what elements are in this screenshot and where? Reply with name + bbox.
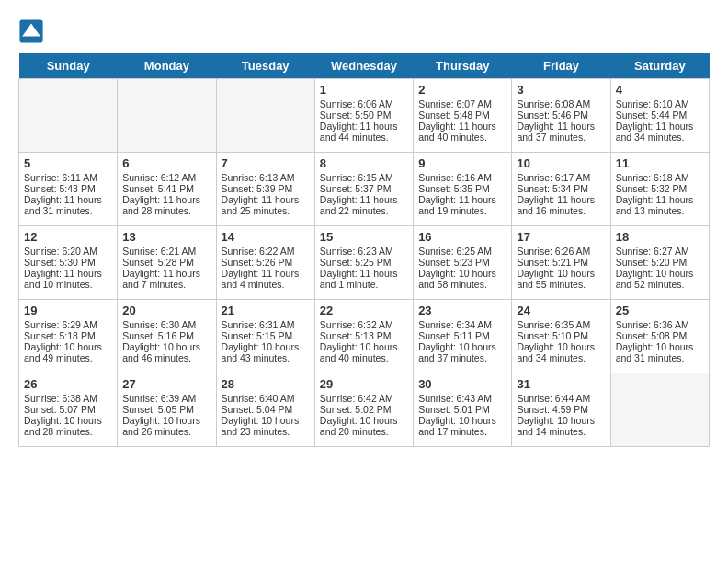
day-info: Daylight: 10 hours and 58 minutes. [418, 268, 506, 290]
day-info: Daylight: 11 hours and 44 minutes. [320, 121, 408, 143]
page-header [18, 18, 710, 44]
day-info: Daylight: 11 hours and 22 minutes. [320, 194, 408, 216]
calendar-cell: 23Sunrise: 6:34 AMSunset: 5:11 PMDayligh… [414, 300, 512, 373]
calendar-cell: 24Sunrise: 6:35 AMSunset: 5:10 PMDayligh… [512, 300, 610, 373]
day-header-sunday: Sunday [19, 53, 118, 79]
day-info: Sunset: 5:48 PM [418, 109, 506, 121]
calendar-cell [610, 373, 709, 447]
calendar-week-4: 19Sunrise: 6:29 AMSunset: 5:18 PMDayligh… [19, 300, 710, 373]
day-info: Sunrise: 6:44 AM [517, 393, 605, 404]
day-info: Sunset: 5:21 PM [517, 257, 605, 268]
calendar-cell: 20Sunrise: 6:30 AMSunset: 5:16 PMDayligh… [118, 300, 216, 373]
calendar-cell: 12Sunrise: 6:20 AMSunset: 5:30 PMDayligh… [19, 226, 118, 300]
day-info: Sunset: 5:20 PM [616, 257, 704, 268]
calendar-cell: 1Sunrise: 6:06 AMSunset: 5:50 PMDaylight… [314, 79, 413, 153]
day-info: Daylight: 10 hours and 55 minutes. [517, 268, 605, 290]
day-info: Sunrise: 6:26 AM [517, 246, 605, 257]
day-info: Daylight: 11 hours and 25 minutes. [222, 194, 310, 216]
day-info: Sunset: 5:43 PM [24, 183, 112, 194]
day-info: Daylight: 11 hours and 7 minutes. [122, 268, 210, 290]
day-number: 15 [320, 230, 408, 244]
day-info: Sunset: 5:07 PM [24, 404, 112, 415]
day-info: Sunrise: 6:18 AM [616, 172, 704, 183]
day-info: Sunrise: 6:06 AM [320, 98, 408, 109]
calendar-cell: 4Sunrise: 6:10 AMSunset: 5:44 PMDaylight… [610, 79, 709, 153]
day-info: Sunrise: 6:20 AM [24, 246, 112, 257]
day-info: Daylight: 10 hours and 26 minutes. [122, 415, 210, 437]
day-info: Sunset: 5:10 PM [517, 330, 605, 341]
day-info: Sunrise: 6:23 AM [320, 246, 408, 257]
day-number: 1 [320, 83, 408, 97]
day-info: Sunset: 5:16 PM [122, 330, 210, 341]
day-info: Sunset: 5:25 PM [320, 257, 408, 268]
day-info: Sunrise: 6:40 AM [222, 393, 310, 404]
day-number: 13 [122, 230, 210, 244]
day-info: Sunset: 5:37 PM [320, 183, 408, 194]
day-number: 29 [320, 377, 408, 391]
day-number: 16 [418, 230, 506, 244]
calendar-cell: 25Sunrise: 6:36 AMSunset: 5:08 PMDayligh… [610, 300, 709, 373]
calendar-cell: 31Sunrise: 6:44 AMSunset: 4:59 PMDayligh… [512, 373, 610, 447]
calendar-week-1: 1Sunrise: 6:06 AMSunset: 5:50 PMDaylight… [19, 79, 710, 153]
day-number: 14 [222, 230, 310, 244]
calendar-cell: 14Sunrise: 6:22 AMSunset: 5:26 PMDayligh… [216, 226, 314, 300]
calendar-cell [216, 79, 314, 153]
calendar-week-3: 12Sunrise: 6:20 AMSunset: 5:30 PMDayligh… [19, 226, 710, 300]
day-number: 12 [24, 230, 112, 244]
day-number: 3 [517, 83, 605, 97]
calendar-cell: 9Sunrise: 6:16 AMSunset: 5:35 PMDaylight… [414, 153, 512, 226]
calendar-cell: 19Sunrise: 6:29 AMSunset: 5:18 PMDayligh… [19, 300, 118, 373]
day-number: 19 [24, 304, 112, 317]
day-number: 4 [616, 83, 704, 97]
calendar-cell: 11Sunrise: 6:18 AMSunset: 5:32 PMDayligh… [610, 153, 709, 226]
logo-icon [18, 18, 44, 44]
day-info: Daylight: 10 hours and 37 minutes. [418, 341, 506, 363]
day-number: 23 [418, 304, 506, 317]
day-number: 18 [616, 230, 704, 244]
day-header-tuesday: Tuesday [216, 53, 314, 79]
day-info: Sunset: 5:05 PM [122, 404, 210, 415]
day-header-wednesday: Wednesday [314, 53, 413, 79]
day-number: 24 [517, 304, 605, 317]
calendar-cell: 8Sunrise: 6:15 AMSunset: 5:37 PMDaylight… [314, 153, 413, 226]
calendar-cell: 26Sunrise: 6:38 AMSunset: 5:07 PMDayligh… [19, 373, 118, 447]
day-info: Sunrise: 6:16 AM [418, 172, 506, 183]
day-number: 10 [517, 156, 605, 170]
day-info: Sunrise: 6:17 AM [517, 172, 605, 183]
day-info: Daylight: 11 hours and 40 minutes. [418, 121, 506, 143]
day-info: Sunrise: 6:22 AM [222, 246, 310, 257]
calendar-table: SundayMondayTuesdayWednesdayThursdayFrid… [18, 53, 710, 447]
day-info: Daylight: 10 hours and 23 minutes. [222, 415, 310, 437]
day-info: Sunset: 5:39 PM [222, 183, 310, 194]
calendar-cell: 17Sunrise: 6:26 AMSunset: 5:21 PMDayligh… [512, 226, 610, 300]
day-info: Sunrise: 6:29 AM [24, 319, 112, 330]
calendar-cell: 27Sunrise: 6:39 AMSunset: 5:05 PMDayligh… [118, 373, 216, 447]
day-header-thursday: Thursday [414, 53, 512, 79]
day-number: 9 [418, 156, 506, 170]
day-info: Sunset: 5:41 PM [122, 183, 210, 194]
day-number: 27 [122, 377, 210, 391]
calendar-week-5: 26Sunrise: 6:38 AMSunset: 5:07 PMDayligh… [19, 373, 710, 447]
day-info: Sunrise: 6:38 AM [24, 393, 112, 404]
day-info: Daylight: 10 hours and 46 minutes. [122, 341, 210, 363]
day-info: Sunrise: 6:21 AM [122, 246, 210, 257]
day-info: Sunrise: 6:11 AM [24, 172, 112, 183]
day-info: Sunset: 5:32 PM [616, 183, 704, 194]
day-info: Sunset: 5:15 PM [222, 330, 310, 341]
day-header-friday: Friday [512, 53, 610, 79]
calendar-cell: 7Sunrise: 6:13 AMSunset: 5:39 PMDaylight… [216, 153, 314, 226]
day-info: Sunrise: 6:42 AM [320, 393, 408, 404]
calendar-cell: 3Sunrise: 6:08 AMSunset: 5:46 PMDaylight… [512, 79, 610, 153]
day-info: Daylight: 11 hours and 10 minutes. [24, 268, 112, 290]
day-number: 17 [517, 230, 605, 244]
day-info: Daylight: 11 hours and 37 minutes. [517, 121, 605, 143]
day-info: Daylight: 11 hours and 13 minutes. [616, 194, 704, 216]
day-info: Sunrise: 6:13 AM [222, 172, 310, 183]
day-info: Sunrise: 6:43 AM [418, 393, 506, 404]
day-number: 28 [222, 377, 310, 391]
day-info: Sunrise: 6:32 AM [320, 319, 408, 330]
day-info: Daylight: 10 hours and 43 minutes. [222, 341, 310, 363]
calendar-cell: 21Sunrise: 6:31 AMSunset: 5:15 PMDayligh… [216, 300, 314, 373]
day-number: 6 [122, 156, 210, 170]
day-info: Daylight: 10 hours and 17 minutes. [418, 415, 506, 437]
